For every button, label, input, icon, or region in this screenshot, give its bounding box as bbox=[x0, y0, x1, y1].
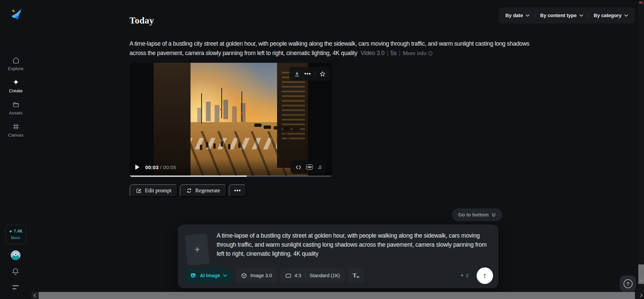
bell-icon bbox=[11, 267, 20, 276]
video-timestamp: 00:03 / 00:05 bbox=[145, 164, 176, 170]
user-avatar[interactable] bbox=[11, 250, 20, 260]
help-button[interactable]: ? bbox=[620, 276, 636, 292]
mode-select[interactable]: AI Image bbox=[185, 268, 232, 283]
edit-prompt-button[interactable]: Edit prompt bbox=[129, 184, 178, 197]
section-title: Today bbox=[129, 15, 154, 26]
sidebar-item-label: Create bbox=[9, 88, 23, 93]
download-icon[interactable] bbox=[294, 71, 300, 77]
generate-submit-button[interactable]: ↑ bbox=[477, 267, 493, 284]
art-poles bbox=[221, 88, 222, 118]
avatar-art bbox=[15, 254, 16, 255]
notifications-button[interactable] bbox=[11, 267, 20, 276]
filter-by-category[interactable]: By category bbox=[594, 13, 628, 18]
chevron-down-icon bbox=[624, 14, 628, 17]
scroll-right-arrow[interactable] bbox=[638, 292, 644, 299]
more-options-icon[interactable]: ••• bbox=[304, 71, 311, 77]
add-media-button[interactable]: + bbox=[185, 233, 210, 265]
scroll-left-arrow[interactable] bbox=[32, 292, 38, 299]
plan-credits: ✦ 7.4K bbox=[9, 229, 23, 234]
regenerate-button[interactable]: Regenerate bbox=[180, 184, 226, 197]
menu-line bbox=[12, 285, 19, 286]
question-icon: ? bbox=[624, 279, 633, 288]
total-time: 00:05 bbox=[163, 164, 176, 170]
model-label: Video 3.0 bbox=[361, 50, 384, 56]
sidebar-item-label: Assets bbox=[9, 110, 23, 115]
generation-prompt-text: A time-lapse of a bustling city street a… bbox=[129, 39, 545, 58]
video-hover-toolbar: ••• bbox=[289, 67, 330, 81]
go-to-bottom-button[interactable]: Go to bottom bbox=[452, 208, 502, 221]
top-edge-marker bbox=[639, 2, 643, 3]
plus-icon: + bbox=[194, 244, 200, 255]
aspect-ratio-icon bbox=[285, 272, 291, 279]
hd-quality-icon[interactable]: HD bbox=[306, 164, 313, 170]
sidebar-item-label: Canvas bbox=[8, 133, 23, 138]
horizontal-scroll-thumb[interactable] bbox=[39, 292, 635, 299]
current-time: 00:03 bbox=[145, 164, 159, 170]
prompt-text: A time-lapse of a bustling city street a… bbox=[129, 40, 529, 56]
sidebar-item-assets[interactable]: Assets bbox=[0, 101, 32, 115]
scroll-down-arrow[interactable] bbox=[638, 278, 644, 283]
time-separator: / bbox=[159, 164, 163, 170]
app-screen: Explore Create Assets Canvas bbox=[0, 0, 644, 299]
sidebar-menu-button[interactable] bbox=[12, 285, 20, 289]
chevron-down-icon bbox=[526, 14, 530, 17]
credit-count: 2 bbox=[466, 273, 469, 278]
chevron-down-icon bbox=[223, 274, 227, 277]
menu-line bbox=[12, 288, 16, 289]
play-icon[interactable] bbox=[135, 164, 140, 170]
more-info-link[interactable]: More info bbox=[403, 50, 426, 56]
more-options-icon: ••• bbox=[234, 188, 241, 194]
text-tool-icon: T„ bbox=[353, 272, 359, 279]
variations-icon[interactable] bbox=[295, 164, 302, 170]
text-style-button[interactable]: T„ bbox=[348, 268, 364, 283]
app-logo-icon[interactable] bbox=[9, 7, 23, 21]
video-progress-fill bbox=[129, 176, 247, 177]
sidebar-item-explore[interactable]: Explore bbox=[0, 56, 32, 71]
divider: | bbox=[399, 50, 400, 56]
sparkle-icon: ✦ bbox=[461, 273, 464, 278]
ai-image-icon bbox=[191, 272, 197, 279]
video-player[interactable]: ••• 00:03 / 00:05 HD ♫ bbox=[129, 63, 332, 177]
sidebar-item-create[interactable]: Create bbox=[0, 79, 32, 93]
canvas-frame-icon bbox=[12, 123, 20, 131]
art-cars bbox=[264, 126, 271, 129]
filter-by-content-type[interactable]: By content type bbox=[540, 13, 583, 18]
sidebar-item-canvas[interactable]: Canvas bbox=[0, 123, 32, 138]
home-icon bbox=[12, 56, 20, 64]
plan-tier: Basic bbox=[11, 235, 21, 240]
cube-icon bbox=[241, 272, 247, 279]
duration-label: 5s bbox=[390, 50, 396, 56]
sidebar-item-label: Explore bbox=[8, 66, 23, 71]
arrow-up-icon: ↑ bbox=[483, 271, 487, 280]
info-icon[interactable] bbox=[428, 51, 433, 56]
art-windows bbox=[282, 72, 305, 140]
art-traffic-lights bbox=[220, 108, 222, 110]
sparkle-icon: ✦ bbox=[9, 229, 12, 234]
favorite-star-icon[interactable] bbox=[319, 71, 326, 77]
edit-icon bbox=[136, 188, 142, 194]
vertical-scrollbar[interactable] bbox=[638, 0, 644, 292]
music-icon[interactable]: ♫ bbox=[318, 164, 322, 170]
video-options-pill: HD ♫ bbox=[290, 160, 327, 174]
divider bbox=[305, 273, 306, 279]
more-actions-button[interactable]: ••• bbox=[229, 184, 247, 197]
composer-prompt-input[interactable]: A time-lapse of a bustling city street a… bbox=[217, 231, 488, 258]
divider bbox=[315, 71, 315, 77]
filter-bar: By date By content type By category bbox=[499, 7, 635, 23]
art-pedestrians bbox=[206, 142, 208, 147]
sidebar-nav: Explore Create Assets Canvas bbox=[0, 56, 32, 138]
plan-badge[interactable]: ✦ 7.4K Basic bbox=[5, 225, 26, 244]
composer-toolbar: AI Image Image 3.0 4:3 Standard (1K) T„ bbox=[185, 267, 493, 284]
horizontal-scrollbar[interactable] bbox=[32, 292, 638, 299]
model-select[interactable]: Image 3.0 bbox=[236, 268, 277, 283]
filter-by-date[interactable]: By date bbox=[505, 13, 530, 18]
art-skyline bbox=[206, 102, 211, 121]
double-chevron-down-icon bbox=[491, 213, 496, 217]
divider: | bbox=[387, 50, 388, 56]
divider bbox=[535, 13, 535, 18]
aspect-quality-select[interactable]: 4:3 Standard (1K) bbox=[280, 268, 345, 283]
video-progress-bar[interactable] bbox=[129, 176, 332, 177]
aspect-value: 4:3 bbox=[294, 273, 301, 278]
folder-icon bbox=[12, 101, 20, 108]
sparkle-diamond-icon bbox=[12, 79, 20, 86]
